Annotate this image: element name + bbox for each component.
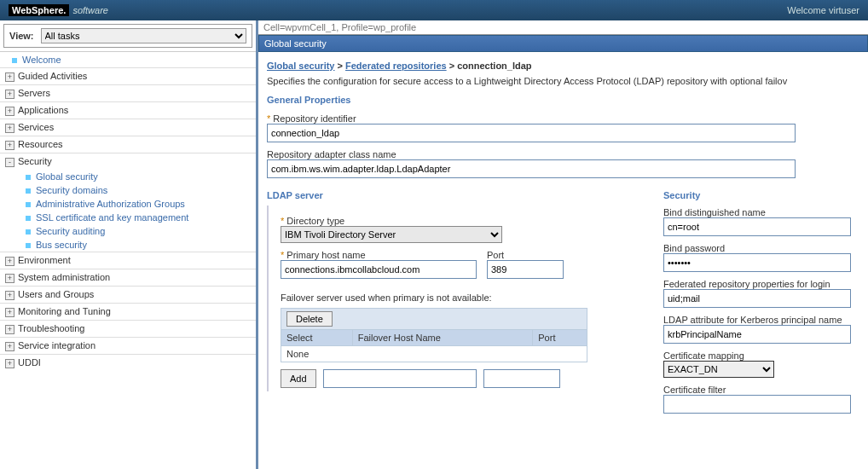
expand-icon[interactable]: + bbox=[5, 308, 14, 317]
krb-label: LDAP attribute for Kerberos principal na… bbox=[663, 315, 859, 325]
expand-icon[interactable]: + bbox=[5, 325, 14, 334]
expand-icon[interactable]: + bbox=[5, 141, 14, 150]
nav-ssl-cert[interactable]: SSL certificate and key management bbox=[36, 212, 188, 223]
content: Cell=wpvmCell_1, Profile=wp_profile Glob… bbox=[258, 20, 868, 469]
view-selector-row: View: All tasks bbox=[3, 24, 252, 48]
top-bar: WebSphere. software Welcome virtuser bbox=[0, 0, 868, 20]
nav-monitoring[interactable]: +Monitoring and Tuning bbox=[0, 303, 256, 320]
brand-light: software bbox=[72, 5, 108, 15]
nav-global-security[interactable]: Global security bbox=[36, 171, 98, 182]
fed-props-input[interactable] bbox=[663, 289, 851, 308]
add-button[interactable]: Add bbox=[281, 369, 316, 388]
adapter-input[interactable] bbox=[267, 159, 796, 178]
page-title-bar: Global security bbox=[258, 35, 868, 52]
bind-pw-input[interactable] bbox=[663, 253, 851, 272]
col-host: Failover Host Name bbox=[352, 330, 533, 346]
certmap-label: Certificate mapping bbox=[663, 350, 859, 361]
nav-security-auditing[interactable]: Security auditing bbox=[36, 226, 105, 236]
dir-type-label: Directory type bbox=[281, 216, 638, 226]
expand-icon[interactable]: + bbox=[5, 359, 14, 368]
failover-none: None bbox=[281, 346, 587, 362]
nav-services[interactable]: +Services bbox=[0, 119, 256, 136]
view-label: View: bbox=[9, 31, 34, 41]
breadcrumb-federated-repos[interactable]: Federated repositories bbox=[345, 61, 447, 71]
repo-id-input[interactable] bbox=[267, 124, 796, 142]
ldap-server-title: LDAP server bbox=[267, 190, 638, 200]
expand-icon[interactable]: + bbox=[5, 342, 14, 351]
expand-icon[interactable]: + bbox=[5, 124, 14, 133]
add-port-input[interactable] bbox=[483, 369, 560, 388]
port-input[interactable] bbox=[487, 260, 564, 279]
security-title: Security bbox=[663, 190, 859, 200]
expand-icon[interactable]: + bbox=[5, 90, 14, 99]
expand-icon[interactable]: + bbox=[5, 72, 14, 82]
expand-icon[interactable]: + bbox=[5, 257, 14, 266]
cell-profile-info: Cell=wpvmCell_1, Profile=wp_profile bbox=[258, 20, 868, 35]
nav-troubleshooting[interactable]: +Troubleshooting bbox=[0, 320, 256, 337]
dir-type-select[interactable]: IBM Tivoli Directory Server bbox=[281, 226, 502, 243]
failover-label: Failover server used when primary is not… bbox=[281, 292, 638, 303]
nav-users-groups[interactable]: +Users and Groups bbox=[0, 286, 256, 303]
bind-dn-input[interactable] bbox=[663, 217, 851, 236]
bind-dn-label: Bind distinguished name bbox=[663, 207, 859, 217]
nav-service-integration[interactable]: +Service integration bbox=[0, 337, 256, 354]
nav-welcome[interactable]: Welcome bbox=[22, 55, 61, 65]
adapter-label: Repository adapter class name bbox=[267, 149, 859, 159]
brand: WebSphere. software bbox=[9, 4, 108, 16]
repo-id-label: Repository identifier bbox=[267, 113, 859, 124]
collapse-icon[interactable]: - bbox=[5, 158, 14, 167]
nav-guided-activities[interactable]: +Guided Activities bbox=[0, 67, 256, 84]
breadcrumb-global-security[interactable]: Global security bbox=[267, 61, 334, 71]
nav-uddi[interactable]: +UDDI bbox=[0, 354, 256, 371]
nav-system-admin[interactable]: +System administration bbox=[0, 269, 256, 286]
nav-resources[interactable]: +Resources bbox=[0, 136, 256, 153]
nav-environment[interactable]: +Environment bbox=[0, 252, 256, 269]
view-select[interactable]: All tasks bbox=[41, 28, 246, 43]
nav-tree: Welcome +Guided Activities +Servers +App… bbox=[0, 51, 256, 371]
bind-pw-label: Bind password bbox=[663, 243, 859, 253]
breadcrumb-current: connection_ldap bbox=[457, 61, 531, 71]
delete-button[interactable]: Delete bbox=[286, 311, 333, 327]
nav-security[interactable]: -Security bbox=[0, 153, 256, 170]
sidebar: View: All tasks Welcome +Guided Activiti… bbox=[0, 20, 258, 469]
fed-props-label: Federated repository properties for logi… bbox=[663, 279, 859, 289]
brand-bold: WebSphere. bbox=[9, 4, 69, 16]
certfilter-input[interactable] bbox=[663, 395, 851, 414]
certfilter-label: Certificate filter bbox=[663, 385, 859, 395]
welcome-user: Welcome virtuser bbox=[787, 5, 859, 15]
krb-input[interactable] bbox=[663, 325, 851, 344]
nav-applications[interactable]: +Applications bbox=[0, 101, 256, 119]
nav-admin-auth-groups[interactable]: Administrative Authorization Groups bbox=[36, 199, 185, 209]
nav-security-children: Global security Security domains Adminis… bbox=[0, 170, 256, 252]
nav-bus-security[interactable]: Bus security bbox=[36, 240, 87, 250]
nav-servers[interactable]: +Servers bbox=[0, 84, 256, 101]
page-description: Specifies the configuration for secure a… bbox=[267, 74, 859, 93]
port-label: Port bbox=[487, 250, 564, 260]
host-label: Primary host name bbox=[281, 250, 477, 260]
failover-table: Delete Select Failover Host Name Port No… bbox=[281, 308, 587, 362]
nav-security-domains[interactable]: Security domains bbox=[36, 185, 107, 195]
certmap-select[interactable]: EXACT_DN bbox=[663, 361, 774, 378]
col-select: Select bbox=[281, 330, 353, 346]
add-host-input[interactable] bbox=[323, 369, 477, 388]
general-properties-title: General Properties bbox=[267, 93, 859, 107]
host-input[interactable] bbox=[281, 260, 477, 279]
expand-icon[interactable]: + bbox=[5, 274, 14, 283]
expand-icon[interactable]: + bbox=[5, 291, 14, 300]
expand-icon[interactable]: + bbox=[5, 107, 14, 116]
col-port: Port bbox=[533, 330, 587, 346]
breadcrumb: Global security > Federated repositories… bbox=[267, 57, 859, 74]
